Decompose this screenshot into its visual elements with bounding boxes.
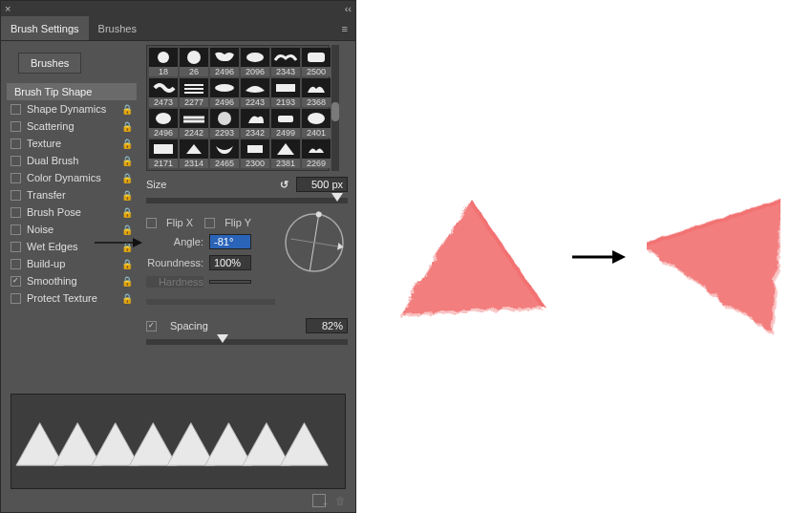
spacing-checkbox[interactable] (146, 321, 157, 331)
brush-sample-rotated (647, 171, 780, 343)
category-row[interactable]: Build-up🔒 (7, 255, 137, 272)
lock-icon[interactable]: 🔒 (121, 156, 133, 166)
lock-icon[interactable]: 🔒 (121, 224, 133, 235)
brush-thumbnail-grid[interactable]: 1826249620962343250024732277249622432193… (146, 45, 330, 171)
lock-icon[interactable]: 🔒 (121, 207, 133, 218)
flip-x-checkbox[interactable]: Flip X (146, 217, 193, 228)
brush-thumbnail[interactable]: 2171 (149, 139, 178, 168)
brush-thumbnail[interactable]: 2496 (210, 78, 239, 107)
thumb-preview (210, 48, 239, 67)
category-row[interactable]: Brush Pose🔒 (7, 203, 137, 221)
category-row[interactable]: Scattering🔒 (7, 118, 137, 135)
angle-input[interactable] (209, 234, 251, 249)
brush-thumbnail[interactable]: 2496 (210, 48, 239, 76)
lock-icon[interactable]: 🔒 (121, 173, 133, 183)
spacing-input[interactable] (306, 318, 348, 333)
brush-thumbnail[interactable]: 2473 (149, 78, 178, 107)
thumb-number: 2368 (302, 97, 331, 107)
category-row[interactable]: Noise🔒 (7, 221, 137, 238)
brush-thumbnail[interactable]: 2381 (271, 139, 300, 168)
category-row[interactable]: Color Dynamics🔒 (7, 169, 137, 186)
brush-thumbnail[interactable]: 26 (180, 48, 208, 76)
category-label: Brush Tip Shape (14, 86, 133, 97)
flip-y-checkbox[interactable]: Flip Y (204, 217, 251, 228)
brush-thumbnail[interactable]: 2401 (302, 109, 331, 138)
svg-rect-10 (154, 144, 173, 154)
reset-size-icon[interactable]: ↺ (280, 179, 288, 191)
brush-thumbnail[interactable]: 2500 (302, 48, 331, 76)
thumb-number: 2269 (302, 159, 331, 168)
thumb-preview (210, 139, 239, 159)
angle-dial[interactable] (281, 209, 348, 276)
lock-icon[interactable]: 🔒 (121, 190, 133, 201)
category-row[interactable]: Brush Tip Shape (7, 83, 137, 100)
category-checkbox[interactable] (11, 207, 21, 218)
spacing-slider-thumb[interactable] (217, 334, 228, 343)
brush-thumbnail[interactable]: 2499 (271, 109, 300, 138)
thumb-number: 26 (180, 67, 208, 76)
brush-thumbnail[interactable]: 2242 (180, 109, 208, 138)
brush-thumbnail[interactable]: 2269 (302, 139, 331, 168)
category-row[interactable]: Smoothing🔒 (7, 272, 137, 289)
lock-icon[interactable]: 🔒 (121, 293, 133, 304)
size-input[interactable] (296, 177, 348, 192)
lock-icon[interactable]: 🔒 (121, 139, 133, 149)
category-label: Smoothing (27, 275, 118, 287)
lock-icon[interactable]: 🔒 (121, 259, 133, 269)
thumb-preview (180, 78, 208, 97)
category-row[interactable]: Shape Dynamics🔒 (7, 100, 137, 118)
category-checkbox[interactable] (11, 156, 21, 166)
category-checkbox[interactable] (11, 242, 21, 252)
brush-thumbnail[interactable]: 2343 (271, 48, 300, 76)
category-row[interactable]: Protect Texture🔒 (7, 289, 137, 307)
size-slider[interactable] (146, 198, 348, 203)
close-icon[interactable]: × (5, 3, 11, 14)
size-row: Size ↺ (146, 177, 348, 192)
grid-scrollbar[interactable] (331, 45, 339, 171)
roundness-input[interactable] (209, 255, 251, 270)
brush-thumbnail[interactable]: 2342 (241, 109, 269, 138)
category-checkbox[interactable] (11, 276, 21, 287)
spacing-slider[interactable] (146, 339, 348, 345)
tab-brush-settings[interactable]: Brush Settings (1, 16, 89, 40)
category-checkbox[interactable] (11, 173, 21, 183)
brush-thumbnail[interactable]: 2368 (302, 78, 331, 107)
category-row[interactable]: Texture🔒 (7, 135, 137, 152)
brushes-button[interactable]: Brushes (18, 53, 81, 74)
size-slider-thumb[interactable] (331, 193, 343, 202)
brush-thumbnail[interactable]: 2243 (241, 78, 269, 107)
svg-rect-8 (278, 116, 293, 122)
scroll-thumb[interactable] (331, 102, 339, 121)
lock-icon[interactable]: 🔒 (121, 276, 133, 287)
category-row[interactable]: Transfer🔒 (7, 186, 137, 203)
category-row[interactable]: Dual Brush🔒 (7, 152, 137, 169)
brush-thumbnail[interactable]: 2314 (180, 139, 208, 168)
brush-thumbnail[interactable]: 2193 (271, 78, 300, 107)
panel-titlebar: × ‹‹ (1, 1, 355, 16)
category-checkbox[interactable] (11, 139, 21, 149)
lock-icon[interactable]: 🔒 (121, 104, 133, 115)
collapse-icon[interactable]: ‹‹ (345, 3, 352, 14)
trash-icon[interactable]: 🗑 (335, 495, 346, 506)
tab-brushes[interactable]: Brushes (89, 16, 146, 40)
category-checkbox[interactable] (11, 259, 21, 269)
brush-thumbnail[interactable]: 2277 (180, 78, 208, 107)
brush-thumbnail[interactable]: 2096 (241, 48, 269, 76)
thumb-preview (271, 48, 300, 67)
brush-thumbnail[interactable]: 2293 (210, 109, 239, 138)
svg-marker-11 (277, 143, 294, 155)
category-checkbox[interactable] (11, 190, 21, 201)
category-checkbox[interactable] (11, 293, 21, 304)
tip-shape-main: 1826249620962343250024732277249622432193… (142, 41, 355, 388)
category-checkbox[interactable] (11, 224, 21, 235)
panel-menu-icon[interactable]: ≡ (334, 16, 355, 40)
thumb-preview (302, 139, 331, 159)
category-checkbox[interactable] (11, 121, 21, 132)
new-preset-icon[interactable]: + (312, 494, 326, 507)
brush-thumbnail[interactable]: 18 (149, 48, 178, 76)
brush-thumbnail[interactable]: 2300 (241, 139, 269, 168)
lock-icon[interactable]: 🔒 (121, 121, 133, 132)
category-checkbox[interactable] (11, 104, 21, 115)
brush-thumbnail[interactable]: 2496 (149, 109, 178, 138)
brush-thumbnail[interactable]: 2465 (210, 139, 239, 168)
